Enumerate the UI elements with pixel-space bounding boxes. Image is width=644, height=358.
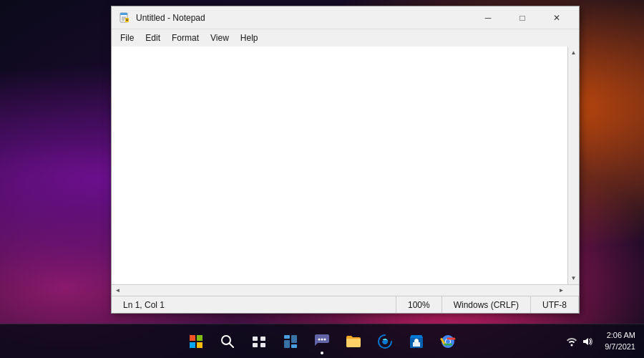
svg-point-23 [321, 338, 323, 340]
status-position: Ln 1, Col 1 [112, 296, 396, 313]
status-zoom: 100% [396, 296, 442, 313]
desktop: Untitled - Notepad ─ □ ✕ File Edit Forma… [0, 0, 644, 358]
text-editor[interactable] [112, 47, 567, 284]
svg-rect-11 [197, 342, 203, 348]
scrollbar-horizontal[interactable]: ◄ ► [112, 284, 579, 296]
menu-help[interactable]: Help [235, 32, 264, 44]
taskbar: 2:06 AM 9/7/2021 [0, 324, 644, 358]
svg-rect-21 [291, 344, 297, 348]
task-view-button[interactable] [245, 327, 273, 356]
maximize-button[interactable]: □ [506, 7, 539, 29]
clock-time: 2:06 AM [605, 330, 635, 341]
svg-rect-15 [260, 337, 265, 341]
widgets-button[interactable] [276, 327, 305, 356]
chat-button[interactable] [308, 327, 336, 356]
scroll-right-arrow[interactable]: ► [555, 285, 567, 296]
text-area-container: ▲ ▼ [112, 47, 579, 284]
svg-rect-16 [253, 343, 258, 347]
title-bar-left: Untitled - Notepad [119, 12, 205, 24]
scroll-track-vertical[interactable] [568, 59, 579, 272]
status-encoding: UTF-8 [531, 296, 579, 313]
menu-view[interactable]: View [205, 32, 235, 44]
title-controls: ─ □ ✕ [472, 7, 573, 29]
chrome-button[interactable] [434, 327, 462, 356]
status-line-ending: Windows (CRLF) [442, 296, 531, 313]
svg-rect-1 [120, 13, 127, 15]
taskbar-center [182, 327, 462, 356]
scroll-left-arrow[interactable]: ◄ [112, 285, 124, 296]
svg-rect-19 [284, 340, 290, 348]
svg-point-24 [324, 338, 326, 340]
svg-rect-5 [125, 18, 129, 22]
store-button[interactable] [402, 327, 431, 356]
status-bar: Ln 1, Col 1 100% Windows (CRLF) UTF-8 [112, 296, 579, 313]
sound-icon[interactable] [582, 336, 593, 347]
scroll-corner [567, 285, 579, 296]
notepad-icon [119, 12, 130, 24]
network-icon[interactable] [566, 336, 577, 347]
svg-rect-20 [291, 335, 297, 343]
clock-date: 9/7/2021 [605, 342, 635, 352]
search-button[interactable] [213, 327, 242, 356]
title-bar: Untitled - Notepad ─ □ ✕ [112, 6, 579, 29]
svg-rect-9 [197, 335, 203, 341]
notepad-window: Untitled - Notepad ─ □ ✕ File Edit Forma… [111, 6, 580, 314]
close-button[interactable]: ✕ [540, 7, 573, 29]
menu-bar: File Edit Format View Help [112, 29, 579, 47]
window-title: Untitled - Notepad [136, 13, 205, 23]
scrollbar-vertical[interactable]: ▲ ▼ [567, 47, 579, 284]
scroll-up-arrow[interactable]: ▲ [568, 47, 580, 59]
start-button[interactable] [182, 327, 210, 356]
system-clock[interactable]: 2:06 AM 9/7/2021 [602, 330, 638, 352]
svg-point-30 [571, 344, 573, 346]
svg-rect-10 [190, 342, 195, 348]
svg-point-29 [446, 339, 450, 344]
svg-line-13 [230, 343, 234, 347]
scroll-down-arrow[interactable]: ▼ [568, 272, 580, 284]
svg-rect-18 [284, 335, 290, 339]
minimize-button[interactable]: ─ [472, 7, 504, 29]
chat-indicator [321, 352, 323, 354]
svg-rect-8 [190, 335, 195, 341]
file-explorer-button[interactable] [339, 327, 368, 356]
edge-button[interactable] [371, 327, 399, 356]
menu-edit[interactable]: Edit [140, 32, 166, 44]
svg-rect-14 [253, 337, 258, 341]
system-tray [560, 336, 599, 347]
svg-point-22 [318, 338, 321, 340]
menu-format[interactable]: Format [166, 32, 205, 44]
svg-rect-17 [260, 343, 265, 347]
svg-rect-26 [413, 342, 420, 347]
taskbar-right: 2:06 AM 9/7/2021 [560, 330, 638, 352]
menu-file[interactable]: File [114, 32, 140, 44]
